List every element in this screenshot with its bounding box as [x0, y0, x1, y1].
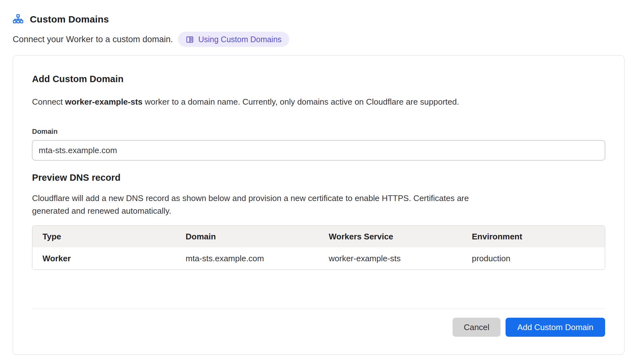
card-actions: Cancel Add Custom Domain — [32, 318, 605, 337]
cell-workers-service: worker-example-sts — [319, 247, 462, 270]
preview-dns-heading: Preview DNS record — [32, 172, 605, 183]
sitemap-icon — [13, 14, 23, 25]
column-header-domain: Domain — [175, 226, 318, 247]
preview-dns-description: Cloudflare will add a new DNS record as … — [32, 192, 498, 217]
page-title: Custom Domains — [30, 14, 109, 25]
add-custom-domain-card: Add Custom Domain Connect worker-example… — [13, 55, 624, 355]
form-description-suffix: worker to a domain name. Currently, only… — [142, 97, 459, 107]
cell-domain: mta-sts.example.com — [175, 247, 318, 270]
docs-link-label: Using Custom Domains — [198, 35, 282, 44]
cancel-button[interactable]: Cancel — [453, 318, 500, 337]
cell-type: Worker — [32, 247, 175, 270]
docs-link-using-custom-domains[interactable]: Using Custom Domains — [178, 32, 289, 47]
footer-divider — [32, 309, 605, 309]
page-subtitle: Connect your Worker to a custom domain. — [13, 35, 173, 44]
domain-field-label: Domain — [32, 127, 605, 136]
form-description: Connect worker-example-sts worker to a d… — [32, 96, 605, 107]
table-header-row: Type Domain Workers Service Environment — [32, 226, 605, 247]
dns-preview-table: Type Domain Workers Service Environment … — [32, 225, 605, 270]
page-header: Custom Domains Connect your Worker to a … — [0, 0, 634, 47]
column-header-type: Type — [32, 226, 175, 247]
card-heading: Add Custom Domain — [32, 74, 605, 84]
add-custom-domain-button[interactable]: Add Custom Domain — [506, 318, 605, 337]
cell-environment: production — [462, 247, 605, 270]
table-row: Worker mta-sts.example.com worker-exampl… — [32, 247, 605, 270]
column-header-workers-service: Workers Service — [319, 226, 462, 247]
worker-name: worker-example-sts — [65, 97, 142, 107]
domain-input[interactable] — [32, 140, 605, 160]
open-book-icon — [186, 35, 194, 44]
column-header-environment: Environment — [462, 226, 605, 247]
form-description-prefix: Connect — [32, 97, 65, 107]
